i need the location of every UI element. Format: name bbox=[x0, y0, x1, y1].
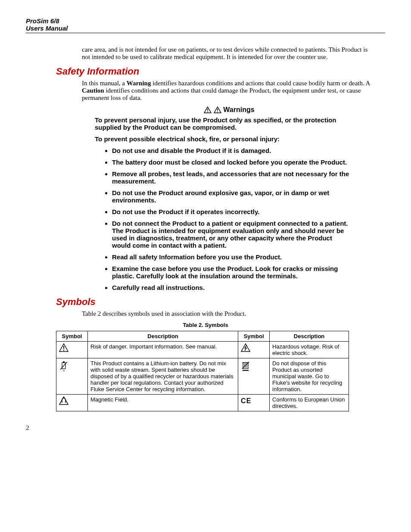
svg-point-5 bbox=[217, 112, 218, 112]
table-cell: Do not dispose of this Product as unsort… bbox=[270, 358, 349, 395]
weee-bin-icon bbox=[241, 360, 250, 371]
col-header-symbol: Symbol bbox=[238, 331, 270, 342]
list-item: Examine the case before you use the Prod… bbox=[112, 265, 351, 280]
lithium-battery-icon: Li bbox=[59, 360, 68, 371]
list-item: Do not use the Product if it operates in… bbox=[112, 208, 351, 215]
list-item: Do not use and disable the Product if it… bbox=[112, 147, 351, 154]
warnings-list: Do not use and disable the Product if it… bbox=[103, 147, 351, 291]
warning-triangle-icon bbox=[214, 106, 221, 113]
symbols-intro-text: Table 2 describes symbols used in associ… bbox=[82, 310, 377, 317]
page-number: 2 bbox=[26, 424, 385, 432]
safety-section-title: Safety Information bbox=[56, 66, 385, 77]
list-item: Do not connect the Product to a patient … bbox=[112, 220, 351, 249]
svg-marker-9 bbox=[241, 344, 250, 352]
table-header-row: Symbol Description Symbol Description bbox=[56, 331, 349, 342]
ce-mark-icon: CE bbox=[241, 397, 251, 404]
warnings-heading: Warnings bbox=[82, 106, 377, 114]
svg-rect-11 bbox=[63, 361, 65, 363]
hazard-voltage-icon bbox=[241, 343, 250, 352]
list-item: Remove all probes, test leads, and acces… bbox=[112, 170, 351, 185]
warning-triangle-icon bbox=[59, 343, 68, 352]
warnings-para-2: To prevent possible electrical shock, fi… bbox=[95, 135, 359, 143]
header-subtitle: Users Manual bbox=[26, 25, 385, 32]
col-header-symbol: Symbol bbox=[56, 331, 88, 342]
table-caption: Table 2. Symbols bbox=[26, 322, 385, 328]
col-header-description: Description bbox=[88, 331, 238, 342]
table-cell: Hazardous voltage. Risk of electric shoc… bbox=[270, 342, 349, 358]
list-item: Carefully read all instructions. bbox=[112, 284, 351, 291]
svg-line-12 bbox=[60, 362, 67, 370]
intro-continuation-text: care area, and is not intended for use o… bbox=[82, 46, 377, 61]
safety-intro-text: In this manual, a Warning identifies haz… bbox=[82, 80, 377, 102]
col-header-description: Description bbox=[270, 331, 349, 342]
svg-text:Li: Li bbox=[63, 369, 65, 371]
list-item: Do not use the Product around explosive … bbox=[112, 189, 351, 204]
magnetic-field-icon bbox=[59, 396, 68, 405]
svg-point-2 bbox=[207, 112, 208, 112]
symbols-section-title: Symbols bbox=[56, 296, 385, 308]
table-cell: Risk of danger. Important information. S… bbox=[88, 342, 238, 358]
warning-triangle-icon bbox=[204, 106, 212, 113]
table-row: Li This Product contains a Lithium-ion b… bbox=[56, 358, 349, 395]
table-row: Magnetic Field. CE Conforms to European … bbox=[56, 395, 349, 411]
page-header: ProSim 6/8 Users Manual bbox=[26, 17, 385, 33]
header-title: ProSim 6/8 bbox=[26, 17, 385, 25]
table-cell: This Product contains a Lithium-ion batt… bbox=[88, 358, 238, 395]
svg-point-8 bbox=[63, 350, 64, 351]
table-cell: Conforms to European Union directives. bbox=[270, 395, 349, 411]
list-item: Read all safety Information before you u… bbox=[112, 253, 351, 261]
table-row: Risk of danger. Important information. S… bbox=[56, 342, 349, 358]
symbols-table: Symbol Description Symbol Description Ri… bbox=[56, 331, 349, 411]
list-item: The battery door must be closed and lock… bbox=[112, 159, 351, 166]
warnings-para-1: To prevent personal injury, use the Prod… bbox=[95, 116, 359, 131]
table-cell: Magnetic Field. bbox=[88, 395, 238, 411]
